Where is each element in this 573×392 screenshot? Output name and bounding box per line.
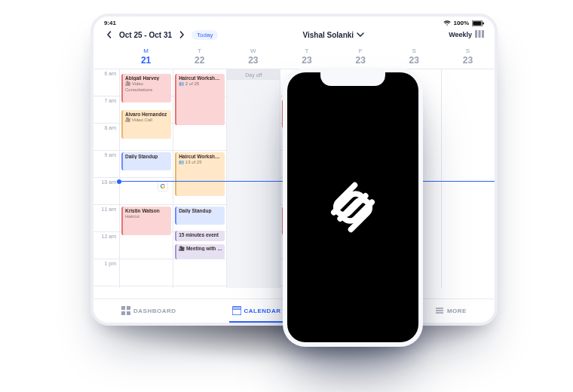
- weekday-sun[interactable]: S23: [441, 44, 495, 69]
- day-col-tue[interactable]: Haircut Workshops👥 2 of 25 Haircut Works…: [173, 69, 226, 288]
- event[interactable]: Haircut Workshops👥 2 of 25: [175, 74, 225, 125]
- nav-label: MORE: [447, 308, 467, 314]
- squarespace-logo-icon: [321, 176, 385, 239]
- nav-label: DASHBOARD: [133, 308, 176, 314]
- phone-screen: [287, 72, 418, 342]
- svg-rect-5: [482, 30, 484, 38]
- svg-rect-7: [127, 306, 130, 310]
- svg-rect-9: [127, 311, 130, 315]
- nav-more[interactable]: MORE: [432, 300, 470, 323]
- event[interactable]: Daily Standup: [121, 152, 171, 170]
- day-off-badge: Day off: [227, 69, 280, 80]
- weekday-mon[interactable]: M21: [119, 44, 173, 69]
- weekday-fri[interactable]: F23: [334, 44, 388, 69]
- prev-week-button[interactable]: [104, 29, 115, 40]
- view-mode-label: Weekly: [449, 31, 472, 38]
- today-button[interactable]: Today: [192, 30, 218, 40]
- user-selector[interactable]: Vishal Solanki: [302, 31, 364, 39]
- menu-icon: [435, 306, 444, 317]
- battery-icon: [472, 20, 484, 26]
- status-time: 9:41: [104, 20, 116, 26]
- phone-device: [283, 68, 423, 347]
- svg-rect-3: [475, 30, 477, 38]
- event[interactable]: Abigail Harvey🎥 Video Consultations: [121, 74, 171, 103]
- nav-dashboard[interactable]: DASHBOARD: [118, 300, 179, 323]
- view-mode-icon: [475, 30, 484, 39]
- event[interactable]: 🎥 Meeting with Jo…: [175, 244, 225, 259]
- day-col-mon[interactable]: Abigail Harvey🎥 Video Consultations Alva…: [119, 69, 173, 288]
- weekday-thu[interactable]: T23: [280, 44, 333, 69]
- svg-rect-4: [479, 30, 481, 38]
- battery-percent: 100%: [454, 20, 469, 26]
- svg-rect-6: [121, 306, 125, 310]
- event[interactable]: 15 minutes event: [175, 231, 225, 241]
- event[interactable]: Alvaro Hernandez🎥 Video Call: [121, 110, 171, 139]
- hour-gutter: 6 am 7 am 8 am 9 am 10 am 11 am 12 am 1 …: [93, 69, 119, 288]
- phone-notch: [320, 72, 385, 86]
- calendar-icon: [232, 306, 241, 317]
- date-range-label[interactable]: Oct 25 - Oct 31: [119, 31, 172, 39]
- svg-rect-10: [232, 307, 241, 315]
- svg-rect-2: [483, 22, 484, 24]
- event[interactable]: Kristin WatsonHaircut: [121, 207, 171, 235]
- weekday-wed[interactable]: W23: [226, 44, 280, 69]
- weekday-tue[interactable]: T22: [173, 44, 226, 69]
- toolbar: Oct 25 - Oct 31 Today Vishal Solanki Wee…: [93, 28, 495, 44]
- svg-rect-8: [121, 311, 125, 315]
- chevron-down-icon: [357, 31, 364, 38]
- next-week-button[interactable]: [176, 29, 187, 40]
- nav-label: CALENDAR: [244, 308, 281, 314]
- user-name: Vishal Solanki: [302, 31, 354, 39]
- wifi-icon: [443, 20, 451, 26]
- day-col-wed[interactable]: Day off: [226, 69, 280, 288]
- google-icon: G: [158, 181, 168, 191]
- weekday-sat[interactable]: S23: [388, 44, 441, 69]
- status-bar: 9:41 100%: [93, 17, 495, 28]
- svg-rect-1: [473, 21, 481, 26]
- event[interactable]: Haircut Workshops👥 13 of 25: [175, 152, 225, 196]
- weekday-header: M21 T22 W23 T23 F23 S23 S23: [93, 44, 495, 69]
- nav-calendar[interactable]: CALENDAR: [229, 300, 284, 323]
- event[interactable]: Daily Standup: [175, 207, 225, 225]
- view-mode-selector[interactable]: Weekly: [449, 30, 484, 39]
- day-col-sun[interactable]: [441, 69, 495, 288]
- dashboard-icon: [121, 306, 130, 317]
